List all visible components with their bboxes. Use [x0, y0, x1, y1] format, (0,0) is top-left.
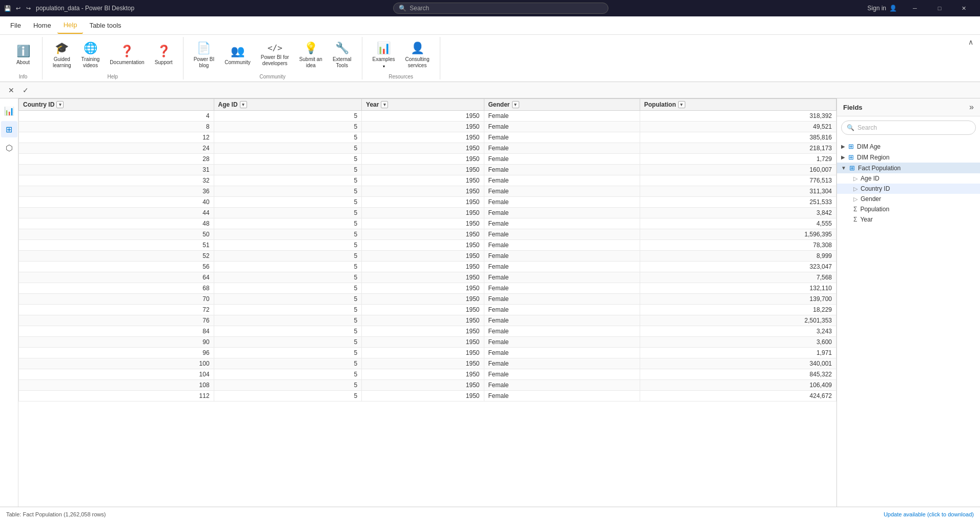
consulting-services-button[interactable]: 👤 Consultingservices: [401, 39, 433, 71]
fields-panel-collapse-button[interactable]: »: [969, 103, 974, 112]
table-row[interactable]: 4051950Female251,533: [19, 197, 836, 208]
power-bi-blog-button[interactable]: 📄 Power BIblog: [190, 39, 219, 71]
filter-population[interactable]: ▾: [678, 101, 685, 108]
cell-year: 1950: [362, 251, 484, 262]
data-view-icon[interactable]: ⊞: [1, 121, 17, 137]
data-table-container[interactable]: Country ID ▾ Age ID ▾ Ye: [18, 98, 836, 507]
field-item-year[interactable]: Σ Year: [837, 214, 980, 225]
minimize-button[interactable]: ─: [903, 0, 927, 16]
table-row[interactable]: 10051950Female340,001: [19, 358, 836, 369]
table-header-row: Country ID ▾ Age ID ▾ Ye: [19, 99, 836, 111]
filter-country-id[interactable]: ▾: [56, 101, 64, 108]
global-search[interactable]: 🔍 Search: [393, 3, 608, 14]
cell-year: 1950: [362, 358, 484, 369]
table-row[interactable]: 7651950Female2,501,353: [19, 315, 836, 326]
table-row[interactable]: 4851950Female4,555: [19, 218, 836, 229]
sign-in-button[interactable]: Sign in 👤: [867, 5, 897, 12]
external-tools-button[interactable]: 🔧 ExternalTools: [329, 39, 356, 71]
field-group-dim-region-label: DIM Region: [857, 154, 889, 161]
about-button[interactable]: ℹ️ About: [10, 43, 36, 68]
cell-population: 340,001: [640, 358, 836, 369]
formula-cancel-button[interactable]: ✕: [5, 84, 17, 96]
cell-age-id: 5: [214, 186, 361, 197]
menu-file[interactable]: File: [4, 17, 27, 34]
submit-idea-icon: 💡: [304, 42, 318, 55]
table-row[interactable]: 3651950Female311,304: [19, 186, 836, 197]
table-row[interactable]: 851950Female49,521: [19, 122, 836, 132]
table-row[interactable]: 2451950Female218,173: [19, 143, 836, 154]
close-button[interactable]: ✕: [952, 0, 976, 16]
cell-gender: Female: [484, 348, 640, 358]
table-row[interactable]: 9651950Female1,971: [19, 348, 836, 358]
col-label-gender: Gender: [488, 101, 510, 108]
field-group-dim-region[interactable]: ▶ ⊞ DIM Region: [837, 152, 980, 163]
filter-age-id[interactable]: ▾: [240, 101, 247, 108]
table-row[interactable]: 3151950Female160,007: [19, 165, 836, 175]
table-row[interactable]: 6851950Female132,110: [19, 283, 836, 294]
consulting-services-label: Consultingservices: [405, 56, 429, 69]
cell-year: 1950: [362, 132, 484, 143]
table-row[interactable]: 6451950Female7,568: [19, 272, 836, 283]
filter-year[interactable]: ▾: [381, 101, 388, 108]
update-text[interactable]: Update available (click to download): [884, 511, 974, 517]
save-icon[interactable]: 💾: [4, 5, 11, 12]
table-row[interactable]: 10851950Female106,409: [19, 380, 836, 391]
cell-population: 132,110: [640, 283, 836, 294]
support-button[interactable]: ❓ Support: [151, 43, 177, 68]
ribbon-group-info: ℹ️ About Info: [4, 37, 43, 79]
table-row[interactable]: 3251950Female776,513: [19, 175, 836, 186]
field-group-fact-population[interactable]: ▼ ⊞ Fact Population: [837, 163, 980, 173]
table-row[interactable]: 9051950Female3,600: [19, 337, 836, 348]
fields-search[interactable]: 🔍 Search: [841, 121, 976, 135]
menu-table-tools[interactable]: Table tools: [83, 17, 127, 34]
table-row[interactable]: 7251950Female18,229: [19, 305, 836, 315]
cell-year: 1950: [362, 240, 484, 251]
formula-confirm-button[interactable]: ✓: [19, 84, 32, 96]
report-view-icon[interactable]: 📊: [1, 103, 17, 119]
examples-button[interactable]: 📊 Examples ▾: [369, 39, 399, 71]
ribbon-group-resources-content: 📊 Examples ▾ 👤 Consultingservices: [369, 37, 434, 73]
table-row[interactable]: 10451950Female845,322: [19, 369, 836, 380]
cell-year: 1950: [362, 262, 484, 272]
redo-icon[interactable]: ↪: [25, 5, 32, 12]
cell-age-id: 5: [214, 315, 361, 326]
formula-bar-actions: ✕ ✓: [5, 84, 32, 96]
data-table: Country ID ▾ Age ID ▾ Ye: [18, 98, 836, 402]
table-row[interactable]: 8451950Female3,243: [19, 326, 836, 337]
table-row[interactable]: 2851950Female1,729: [19, 154, 836, 165]
table-row[interactable]: 5251950Female8,999: [19, 251, 836, 262]
submit-idea-button[interactable]: 💡 Submit anidea: [295, 39, 326, 71]
cell-gender: Female: [484, 380, 640, 391]
community-button[interactable]: 👥 Community: [220, 43, 255, 68]
filter-gender[interactable]: ▾: [512, 101, 519, 108]
documentation-button[interactable]: ❓ Documentation: [106, 43, 148, 68]
table-row[interactable]: 11251950Female424,672: [19, 391, 836, 402]
table-row[interactable]: 1251950Female385,816: [19, 132, 836, 143]
table-row[interactable]: 451950Female318,392: [19, 111, 836, 122]
training-videos-button[interactable]: 🌐 Trainingvideos: [77, 39, 104, 71]
table-row[interactable]: 7051950Female139,700: [19, 294, 836, 305]
undo-icon[interactable]: ↩: [14, 5, 22, 12]
field-group-dim-age[interactable]: ▶ ⊞ DIM Age: [837, 141, 980, 152]
field-item-gender[interactable]: ▷ Gender: [837, 194, 980, 204]
table-row[interactable]: 5651950Female323,047: [19, 262, 836, 272]
table-row[interactable]: 5051950Female1,596,395: [19, 229, 836, 240]
guided-learning-icon: 🎓: [55, 42, 69, 55]
power-bi-developers-button[interactable]: </> Power BI fordevelopers: [257, 41, 293, 69]
ribbon-collapse-button[interactable]: ∧: [966, 37, 976, 47]
field-item-population[interactable]: Σ Population: [837, 204, 980, 214]
cell-population: 160,007: [640, 165, 836, 175]
field-item-country-id[interactable]: ▷ Country ID: [837, 184, 980, 194]
menu-help[interactable]: Help: [57, 17, 84, 34]
guided-learning-button[interactable]: 🎓 Guidedlearning: [49, 39, 75, 71]
menu-home[interactable]: Home: [27, 17, 57, 34]
field-item-age-id[interactable]: ▷ Age ID: [837, 173, 980, 184]
table-row[interactable]: 4451950Female3,842: [19, 208, 836, 218]
cell-country-id: 44: [19, 208, 214, 218]
model-view-icon[interactable]: ⬡: [1, 139, 17, 156]
table-row[interactable]: 5151950Female78,308: [19, 240, 836, 251]
documentation-icon: ❓: [120, 45, 134, 58]
maximize-button[interactable]: □: [928, 0, 951, 16]
col-header-age-id: Age ID ▾: [214, 99, 361, 111]
cell-year: 1950: [362, 143, 484, 154]
